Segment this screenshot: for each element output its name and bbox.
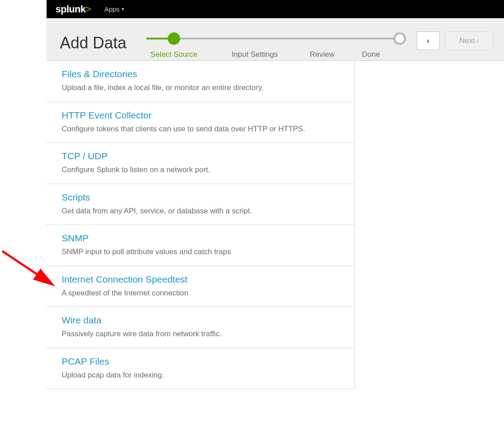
wizard-steps: Select Source Input Settings Review Done bbox=[146, 27, 403, 49]
wizard-track-line bbox=[146, 38, 403, 39]
source-item-desc: Get data from any API, service, or datab… bbox=[62, 205, 341, 217]
source-item-title: SNMP bbox=[62, 233, 341, 244]
source-item-scripts[interactable]: Scripts Get data from any API, service, … bbox=[47, 184, 354, 225]
apps-dropdown[interactable]: Apps ▾ bbox=[104, 5, 124, 13]
source-item-files[interactable]: Files & Directories Upload a file, index… bbox=[47, 61, 354, 102]
source-item-desc: A speedtest of the Internet connection bbox=[62, 287, 341, 299]
source-item-desc: Configure tokens that clients can use to… bbox=[62, 123, 310, 135]
source-item-wire[interactable]: Wire data Passively capture wire data fr… bbox=[47, 307, 354, 348]
next-button[interactable]: Next › bbox=[445, 31, 493, 50]
wizard-nav-buttons: ‹ Next › bbox=[403, 27, 493, 50]
chevron-left-icon: ‹ bbox=[427, 36, 429, 45]
splunk-logo: splunk> bbox=[55, 4, 91, 15]
wizard-step-label: Review bbox=[310, 50, 335, 59]
wizard-dot bbox=[168, 32, 180, 45]
source-item-title: Wire data bbox=[62, 315, 341, 326]
source-item-title: TCP / UDP bbox=[62, 151, 341, 161]
source-item-pcap[interactable]: PCAP Files Upload pcap data for indexing… bbox=[47, 348, 354, 389]
source-item-title: PCAP Files bbox=[62, 356, 341, 367]
source-item-desc: Upload a file, index a local file, or mo… bbox=[62, 82, 341, 94]
source-item-http[interactable]: HTTP Event Collector Configure tokens th… bbox=[47, 102, 354, 143]
wizard-step-label: Input Settings bbox=[232, 50, 278, 59]
wizard-dot bbox=[394, 32, 406, 45]
source-item-speedtest[interactable]: Internet Connection Speedtest A speedtes… bbox=[47, 266, 354, 307]
source-item-snmp[interactable]: SNMP SNMP input to poll attribute values… bbox=[47, 225, 354, 266]
source-item-desc: Upload pcap data for indexing. bbox=[62, 369, 341, 381]
source-item-desc: Configure Splunk to listen on a network … bbox=[62, 164, 341, 176]
source-item-tcpudp[interactable]: TCP / UDP Configure Splunk to listen on … bbox=[47, 143, 354, 184]
source-item-title: Internet Connection Speedtest bbox=[62, 274, 341, 285]
top-navbar: splunk> Apps ▾ bbox=[47, 0, 504, 18]
back-button[interactable]: ‹ bbox=[417, 31, 440, 50]
chevron-down-icon: ▾ bbox=[122, 6, 124, 12]
wizard-header: Add Data Select Source Input Settings Re… bbox=[47, 18, 504, 61]
source-item-title: Scripts bbox=[62, 192, 341, 203]
source-item-title: Files & Directories bbox=[62, 69, 341, 79]
chevron-right-icon: › bbox=[476, 37, 479, 44]
source-item-desc: SNMP input to poll attribute values and … bbox=[62, 246, 341, 258]
source-type-list: Files & Directories Upload a file, index… bbox=[47, 61, 355, 389]
source-item-title: HTTP Event Collector bbox=[62, 110, 341, 121]
source-item-desc: Passively capture wire data from network… bbox=[62, 328, 341, 340]
page-title: Add Data bbox=[60, 27, 126, 52]
wizard-step-label: Select Source bbox=[150, 50, 197, 59]
wizard-step-label: Done bbox=[362, 50, 380, 59]
